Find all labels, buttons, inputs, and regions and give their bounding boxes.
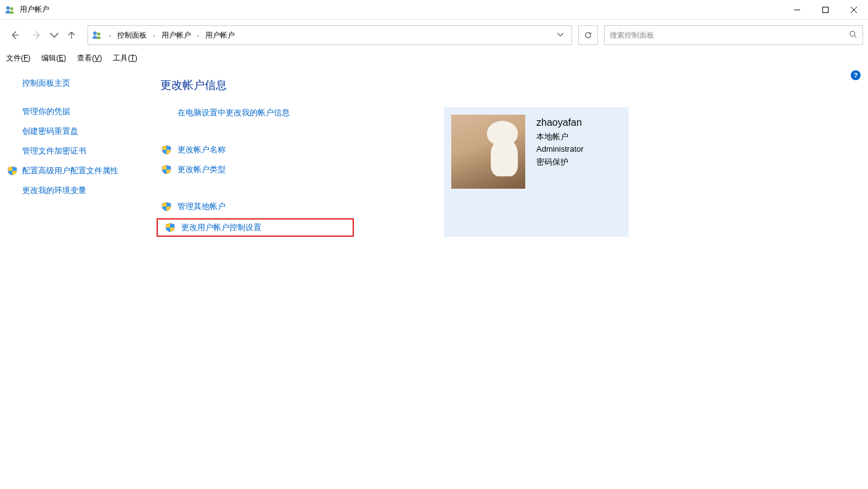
action-manage-other[interactable]: 管理其他帐户 — [160, 201, 407, 212]
breadcrumb-item[interactable]: 控制面板 — [115, 30, 149, 41]
search-box[interactable] — [604, 25, 863, 45]
navbar: › 控制面板 › 用户帐户 › 用户帐户 — [0, 20, 868, 51]
action-change-type[interactable]: 更改帐户类型 — [160, 164, 407, 175]
shield-icon — [162, 202, 173, 212]
shield-icon — [165, 223, 176, 232]
sidebar-item-label: 管理文件加密证书 — [22, 146, 86, 157]
user-name: zhaoyafan — [536, 115, 584, 131]
address-icon — [92, 30, 102, 40]
action-change-in-settings[interactable]: 在电脑设置中更改我的帐户信息 — [160, 107, 407, 118]
recent-dropdown[interactable] — [49, 25, 59, 45]
action-label: 更改帐户名称 — [178, 144, 226, 155]
sidebar-item[interactable]: 管理你的凭据 — [22, 106, 148, 117]
search-icon[interactable] — [849, 30, 858, 41]
highlight-annotation: 更改用户帐户控制设置 — [157, 218, 354, 237]
main: 更改帐户信息 在电脑设置中更改我的帐户信息 更改帐户名称 更改帐户类型 — [160, 78, 868, 489]
menu-edit[interactable]: 编辑(E) — [40, 52, 67, 65]
window-controls — [783, 0, 868, 20]
titlebar: 用户帐户 — [0, 0, 868, 20]
close-button[interactable] — [840, 0, 868, 20]
action-change-uac[interactable]: 更改用户帐户控制设置 — [164, 222, 349, 233]
sidebar-item-label: 管理你的凭据 — [22, 106, 70, 117]
sidebar-item-label: 配置高级用户配置文件属性 — [22, 165, 118, 176]
window-title: 用户帐户 — [20, 4, 49, 15]
action-label: 管理其他帐户 — [178, 201, 226, 212]
action-change-name[interactable]: 更改帐户名称 — [160, 144, 407, 155]
breadcrumb: › 控制面板 › 用户帐户 › 用户帐户 — [105, 30, 237, 41]
chevron-right-icon[interactable]: › — [194, 32, 203, 39]
user-info: zhaoyafan 本地帐户 Administrator 密码保护 — [536, 115, 584, 169]
menu-tools[interactable]: 工具(T) — [112, 52, 138, 65]
up-button[interactable] — [62, 25, 81, 45]
action-label: 更改帐户类型 — [178, 164, 226, 175]
svg-rect-3 — [823, 7, 829, 12]
sidebar-item[interactable]: 创建密码重置盘 — [22, 126, 148, 137]
chevron-right-icon[interactable]: › — [149, 32, 158, 39]
user-account-type: 本地帐户 — [536, 131, 584, 144]
user-role: Administrator — [536, 143, 584, 156]
search-input[interactable] — [610, 31, 849, 39]
forward-button[interactable] — [27, 25, 47, 45]
avatar — [451, 115, 525, 189]
sidebar-item-label: 创建密码重置盘 — [22, 126, 78, 137]
sidebar-item-label: 控制面板主页 — [22, 78, 70, 89]
app-icon — [5, 5, 15, 15]
breadcrumb-item[interactable]: 用户帐户 — [203, 30, 237, 41]
sidebar-home[interactable]: 控制面板主页 — [22, 78, 148, 89]
chevron-right-icon[interactable]: › — [105, 32, 115, 39]
menubar: 文件(F) 编辑(E) 查看(V) 工具(T) — [0, 51, 868, 65]
shield-icon — [162, 145, 173, 155]
sidebar-item-label: 更改我的环境变量 — [22, 185, 86, 196]
page-heading: 更改帐户信息 — [160, 78, 850, 92]
menu-file[interactable]: 文件(F) — [5, 52, 31, 65]
action-label: 更改用户帐户控制设置 — [181, 222, 261, 233]
sidebar-item[interactable]: 管理文件加密证书 — [22, 146, 148, 157]
action-list: 在电脑设置中更改我的帐户信息 更改帐户名称 更改帐户类型 管理其他帐户 — [160, 107, 407, 237]
sidebar-item[interactable]: 配置高级用户配置文件属性 — [7, 165, 148, 176]
sidebar-item[interactable]: 更改我的环境变量 — [22, 185, 148, 196]
action-label: 在电脑设置中更改我的帐户信息 — [178, 107, 290, 118]
shield-icon — [7, 166, 18, 176]
breadcrumb-item[interactable]: 用户帐户 — [159, 30, 194, 41]
help-button[interactable]: ? — [851, 70, 861, 80]
user-password-status: 密码保护 — [536, 156, 584, 169]
svg-line-9 — [854, 35, 857, 38]
shield-icon — [162, 165, 173, 175]
content: ? 控制面板主页 管理你的凭据 创建密码重置盘 管理文件加密证书 配置高级用户配… — [0, 65, 868, 489]
user-card: zhaoyafan 本地帐户 Administrator 密码保护 — [444, 107, 629, 237]
menu-view[interactable]: 查看(V) — [76, 52, 103, 65]
sidebar: 控制面板主页 管理你的凭据 创建密码重置盘 管理文件加密证书 配置高级用户配置文… — [0, 78, 160, 489]
address-dropdown[interactable] — [553, 31, 568, 40]
back-button[interactable] — [5, 25, 25, 45]
address-bar[interactable]: › 控制面板 › 用户帐户 › 用户帐户 — [88, 25, 572, 45]
maximize-button[interactable] — [811, 0, 840, 20]
svg-point-8 — [850, 31, 855, 36]
minimize-button[interactable] — [783, 0, 811, 20]
refresh-button[interactable] — [578, 25, 598, 45]
